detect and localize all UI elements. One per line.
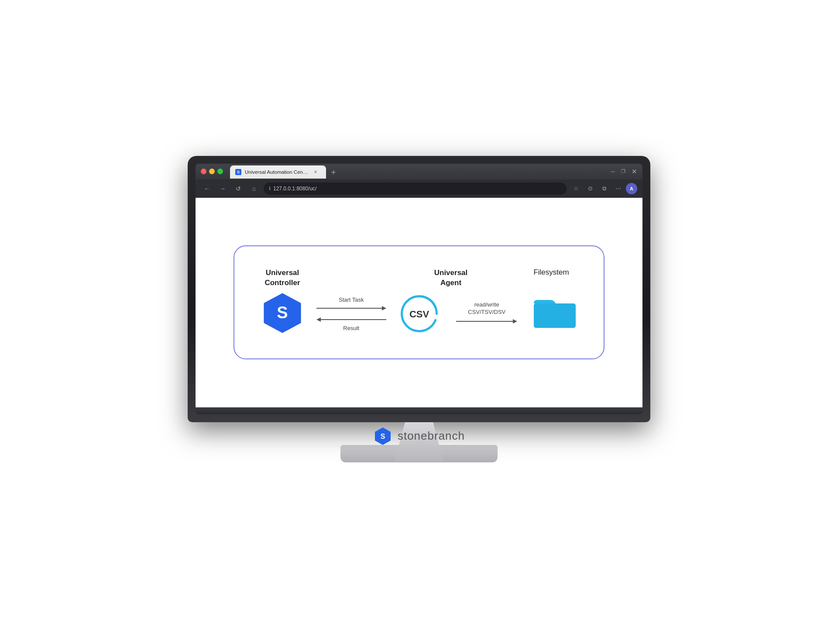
controller-label: Universal Controller [261,268,304,287]
agent-filesystem-arrows: read/write CSV/TSV/DSV [440,301,534,327]
browser-screen: Universal Controller Universal Agent [196,198,642,407]
read-write-arrow [456,317,517,326]
monitor-container: S Universal Automation Center × + ─ ❐ ✕ … [179,156,659,462]
close-button[interactable] [201,169,206,174]
reading-mode-button[interactable]: ⊙ [584,183,596,195]
tab-favicon: S [235,169,241,175]
tab-close-button[interactable]: × [312,169,319,176]
maximize-button[interactable] [217,169,223,174]
controller-icon: S [261,291,304,337]
brand-hex-icon: S [373,427,392,446]
svg-text:S: S [381,433,385,440]
diagram-box: Universal Controller Universal Agent [234,245,604,359]
window-close-btn[interactable]: ✕ [632,168,637,176]
window-controls [201,169,223,174]
browser-chrome: S Universal Automation Center × + ─ ❐ ✕ … [196,164,642,198]
toolbar-actions: ☆ ⊙ ⧉ ⋯ A [570,183,637,195]
brand-name: stonebranch [398,429,465,443]
profile-button[interactable]: A [626,183,637,194]
filesystem-label: Filesystem [525,268,577,277]
minimize-button[interactable] [209,169,215,174]
settings-button[interactable]: ⋯ [612,183,624,195]
back-button[interactable]: ← [201,183,213,195]
controller-agent-arrows: Start Task Result [304,296,398,331]
svg-marker-10 [513,319,517,324]
window-minimize-btn[interactable]: ─ [611,168,615,175]
svg-text:S: S [277,303,288,322]
monitor: S Universal Automation Center × + ─ ❐ ✕ … [188,156,650,422]
tab-bar: S Universal Automation Center × + [230,164,608,179]
url-text: 127.0.0.1:8080/uc/ [273,186,316,192]
home-button[interactable]: ⌂ [248,183,260,195]
browser-toolbar: ← → ↺ ⌂ ℹ 127.0.0.1:8080/uc/ ☆ ⊙ ⧉ ⋯ A [196,179,642,198]
filesystem-icon [534,296,577,332]
browser-titlebar: S Universal Automation Center × + ─ ❐ ✕ [196,164,642,179]
tab-title: Universal Automation Center [245,169,309,175]
read-write-label: read/write CSV/TSV/DSV [468,301,505,316]
address-bar[interactable]: ℹ 127.0.0.1:8080/uc/ [264,183,567,195]
monitor-bottom-bezel [196,407,642,414]
start-task-label: Start Task [339,296,364,303]
result-arrow [316,315,386,324]
window-restore-btn[interactable]: ❐ [621,169,625,174]
svg-marker-3 [382,306,386,310]
svg-rect-12 [534,303,576,328]
refresh-button[interactable]: ↺ [232,183,244,195]
new-tab-button[interactable]: + [328,167,339,179]
lock-icon: ℹ [269,186,271,191]
result-label: Result [343,325,359,331]
svg-marker-5 [316,317,321,322]
star-button[interactable]: ☆ [570,183,582,195]
start-task-arrow [316,304,386,313]
browser-tab-active[interactable]: S Universal Automation Center × [230,165,326,179]
forward-button[interactable]: → [216,183,229,195]
agent-label: Universal Agent [429,268,473,287]
svg-text:CSV: CSV [409,309,429,320]
extensions-button[interactable]: ⧉ [598,183,610,195]
agent-icon: CSV [398,293,440,334]
brand-logo: S stonebranch [373,427,465,446]
